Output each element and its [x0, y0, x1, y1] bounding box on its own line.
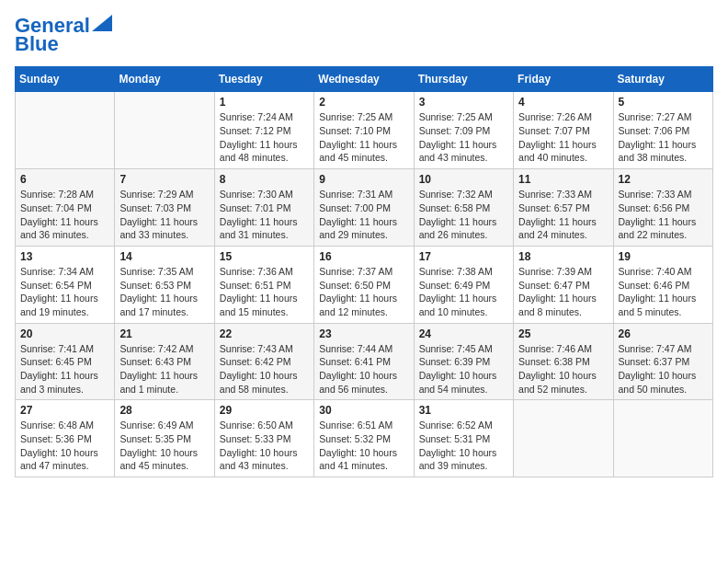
calendar-cell: 28Sunrise: 6:49 AM Sunset: 5:35 PM Dayli… — [115, 400, 214, 477]
day-number: 18 — [518, 250, 608, 263]
day-header-monday: Monday — [115, 67, 214, 92]
day-info: Sunrise: 7:42 AM Sunset: 6:43 PM Dayligh… — [119, 342, 209, 396]
day-number: 3 — [419, 96, 508, 109]
day-info: Sunrise: 7:25 AM Sunset: 7:10 PM Dayligh… — [319, 110, 408, 165]
calendar-cell — [613, 400, 712, 477]
day-info: Sunrise: 7:39 AM Sunset: 6:47 PM Dayligh… — [518, 265, 608, 319]
day-header-saturday: Saturday — [613, 67, 712, 92]
calendar-cell: 8Sunrise: 7:30 AM Sunset: 7:01 PM Daylig… — [214, 169, 313, 247]
calendar-cell — [16, 92, 115, 169]
calendar-cell: 6Sunrise: 7:28 AM Sunset: 7:04 PM Daylig… — [16, 169, 115, 247]
day-info: Sunrise: 7:26 AM Sunset: 7:07 PM Dayligh… — [518, 110, 608, 165]
calendar-cell: 19Sunrise: 7:40 AM Sunset: 6:46 PM Dayli… — [613, 246, 712, 323]
day-number: 22 — [220, 327, 309, 340]
calendar-cell: 2Sunrise: 7:25 AM Sunset: 7:10 PM Daylig… — [314, 92, 414, 169]
calendar-cell: 16Sunrise: 7:37 AM Sunset: 6:50 PM Dayli… — [314, 246, 414, 323]
day-number: 16 — [319, 250, 408, 263]
calendar-cell: 1Sunrise: 7:24 AM Sunset: 7:12 PM Daylig… — [214, 92, 313, 169]
day-number: 23 — [319, 327, 408, 340]
calendar-cell: 4Sunrise: 7:26 AM Sunset: 7:07 PM Daylig… — [514, 92, 613, 169]
calendar-cell: 13Sunrise: 7:34 AM Sunset: 6:54 PM Dayli… — [16, 246, 115, 323]
day-info: Sunrise: 7:47 AM Sunset: 6:37 PM Dayligh… — [619, 342, 708, 396]
day-info: Sunrise: 7:43 AM Sunset: 6:42 PM Dayligh… — [220, 342, 309, 396]
day-info: Sunrise: 7:38 AM Sunset: 6:49 PM Dayligh… — [419, 265, 508, 319]
calendar-week-5: 27Sunrise: 6:48 AM Sunset: 5:36 PM Dayli… — [16, 400, 713, 477]
calendar-cell: 22Sunrise: 7:43 AM Sunset: 6:42 PM Dayli… — [214, 323, 313, 400]
day-number: 7 — [119, 173, 209, 186]
day-info: Sunrise: 6:50 AM Sunset: 5:33 PM Dayligh… — [220, 419, 309, 473]
day-number: 25 — [518, 327, 608, 340]
day-number: 4 — [518, 96, 608, 109]
calendar-cell: 5Sunrise: 7:27 AM Sunset: 7:06 PM Daylig… — [613, 92, 712, 169]
day-header-wednesday: Wednesday — [314, 67, 414, 92]
day-info: Sunrise: 7:37 AM Sunset: 6:50 PM Dayligh… — [319, 265, 408, 319]
calendar-cell: 3Sunrise: 7:25 AM Sunset: 7:09 PM Daylig… — [414, 92, 513, 169]
day-info: Sunrise: 7:40 AM Sunset: 6:46 PM Dayligh… — [619, 265, 708, 319]
logo-blue-text: Blue — [15, 32, 59, 55]
day-number: 11 — [518, 173, 608, 186]
day-info: Sunrise: 6:49 AM Sunset: 5:35 PM Dayligh… — [119, 419, 209, 473]
day-info: Sunrise: 7:41 AM Sunset: 6:45 PM Dayligh… — [20, 342, 109, 396]
calendar-cell: 15Sunrise: 7:36 AM Sunset: 6:51 PM Dayli… — [214, 246, 313, 323]
calendar-cell: 26Sunrise: 7:47 AM Sunset: 6:37 PM Dayli… — [613, 323, 712, 400]
day-info: Sunrise: 7:33 AM Sunset: 6:56 PM Dayligh… — [619, 188, 708, 242]
calendar-cell: 11Sunrise: 7:33 AM Sunset: 6:57 PM Dayli… — [514, 169, 613, 247]
day-number: 10 — [419, 173, 508, 186]
calendar-cell: 14Sunrise: 7:35 AM Sunset: 6:53 PM Dayli… — [115, 246, 214, 323]
calendar-week-2: 6Sunrise: 7:28 AM Sunset: 7:04 PM Daylig… — [16, 169, 713, 247]
page-header: General Blue — [15, 15, 713, 55]
calendar-cell: 12Sunrise: 7:33 AM Sunset: 6:56 PM Dayli… — [613, 169, 712, 247]
day-info: Sunrise: 7:45 AM Sunset: 6:39 PM Dayligh… — [419, 342, 508, 396]
day-info: Sunrise: 6:51 AM Sunset: 5:32 PM Dayligh… — [319, 419, 408, 473]
day-header-friday: Friday — [514, 67, 613, 92]
calendar-cell: 24Sunrise: 7:45 AM Sunset: 6:39 PM Dayli… — [414, 323, 513, 400]
calendar-cell — [115, 92, 214, 169]
calendar-cell: 23Sunrise: 7:44 AM Sunset: 6:41 PM Dayli… — [314, 323, 414, 400]
calendar-header-row: SundayMondayTuesdayWednesdayThursdayFrid… — [16, 67, 713, 92]
calendar-cell: 21Sunrise: 7:42 AM Sunset: 6:43 PM Dayli… — [115, 323, 214, 400]
day-info: Sunrise: 7:36 AM Sunset: 6:51 PM Dayligh… — [220, 265, 309, 319]
day-number: 30 — [319, 404, 408, 417]
day-info: Sunrise: 6:48 AM Sunset: 5:36 PM Dayligh… — [20, 419, 109, 473]
calendar-week-1: 1Sunrise: 7:24 AM Sunset: 7:12 PM Daylig… — [16, 92, 713, 169]
day-number: 9 — [319, 173, 408, 186]
calendar-cell: 20Sunrise: 7:41 AM Sunset: 6:45 PM Dayli… — [16, 323, 115, 400]
day-number: 2 — [319, 96, 408, 109]
calendar-cell: 31Sunrise: 6:52 AM Sunset: 5:31 PM Dayli… — [414, 400, 513, 477]
day-header-tuesday: Tuesday — [214, 67, 313, 92]
day-number: 1 — [220, 96, 309, 109]
day-header-thursday: Thursday — [414, 67, 513, 92]
calendar-cell: 29Sunrise: 6:50 AM Sunset: 5:33 PM Dayli… — [214, 400, 313, 477]
day-number: 6 — [20, 173, 109, 186]
calendar-cell: 9Sunrise: 7:31 AM Sunset: 7:00 PM Daylig… — [314, 169, 414, 247]
calendar-cell: 30Sunrise: 6:51 AM Sunset: 5:32 PM Dayli… — [314, 400, 414, 477]
day-info: Sunrise: 7:25 AM Sunset: 7:09 PM Dayligh… — [419, 110, 508, 165]
day-info: Sunrise: 7:31 AM Sunset: 7:00 PM Dayligh… — [319, 188, 408, 242]
day-number: 19 — [619, 250, 708, 263]
day-number: 31 — [419, 404, 508, 417]
day-info: Sunrise: 7:32 AM Sunset: 6:58 PM Dayligh… — [419, 188, 508, 242]
day-info: Sunrise: 7:28 AM Sunset: 7:04 PM Dayligh… — [20, 188, 109, 242]
day-number: 24 — [419, 327, 508, 340]
day-info: Sunrise: 7:44 AM Sunset: 6:41 PM Dayligh… — [319, 342, 408, 396]
day-info: Sunrise: 7:33 AM Sunset: 6:57 PM Dayligh… — [518, 188, 608, 242]
day-number: 17 — [419, 250, 508, 263]
day-number: 28 — [119, 404, 209, 417]
calendar-cell: 17Sunrise: 7:38 AM Sunset: 6:49 PM Dayli… — [414, 246, 513, 323]
day-info: Sunrise: 7:34 AM Sunset: 6:54 PM Dayligh… — [20, 265, 109, 319]
logo-arrow-icon — [92, 15, 112, 31]
calendar-week-3: 13Sunrise: 7:34 AM Sunset: 6:54 PM Dayli… — [16, 246, 713, 323]
day-number: 27 — [20, 404, 109, 417]
calendar-cell: 25Sunrise: 7:46 AM Sunset: 6:38 PM Dayli… — [514, 323, 613, 400]
day-header-sunday: Sunday — [16, 67, 115, 92]
day-number: 5 — [619, 96, 708, 109]
day-info: Sunrise: 7:24 AM Sunset: 7:12 PM Dayligh… — [220, 110, 309, 165]
day-number: 29 — [220, 404, 309, 417]
day-info: Sunrise: 7:46 AM Sunset: 6:38 PM Dayligh… — [518, 342, 608, 396]
day-number: 8 — [220, 173, 309, 186]
calendar-cell: 10Sunrise: 7:32 AM Sunset: 6:58 PM Dayli… — [414, 169, 513, 247]
day-info: Sunrise: 6:52 AM Sunset: 5:31 PM Dayligh… — [419, 419, 508, 473]
day-number: 15 — [220, 250, 309, 263]
calendar-week-4: 20Sunrise: 7:41 AM Sunset: 6:45 PM Dayli… — [16, 323, 713, 400]
calendar-cell — [514, 400, 613, 477]
